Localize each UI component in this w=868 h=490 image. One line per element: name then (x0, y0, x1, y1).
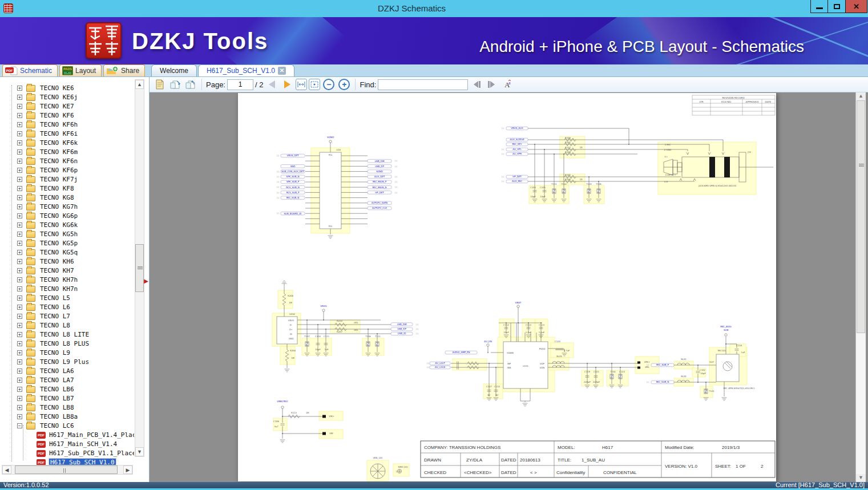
tree-item[interactable]: +TECNO KF7j (0, 175, 134, 184)
tree-expander-icon[interactable]: + (17, 232, 22, 237)
tree-item[interactable]: +TECNO L8 (0, 321, 134, 330)
tree-expander-icon[interactable]: + (17, 259, 22, 264)
tree-item[interactable]: +TECNO KG5h (0, 230, 134, 239)
scroll-down-icon[interactable]: ▼ (135, 447, 144, 456)
fit-page-button[interactable] (309, 79, 320, 90)
zoom-in-button[interactable]: + (337, 78, 351, 91)
tree-expander-icon[interactable]: + (17, 122, 22, 127)
tree-expander-icon[interactable]: + (17, 149, 22, 155)
tree-expander-icon[interactable]: + (17, 140, 22, 145)
tree-expander-icon[interactable]: + (17, 332, 22, 337)
tree-expander-icon[interactable]: + (17, 350, 22, 355)
tree-item[interactable]: PDFH617_Sub_PCB_V1.1_Placement (0, 449, 134, 458)
tree-item[interactable]: +TECNO KH7 (0, 266, 134, 276)
rotate-right-button[interactable] (184, 78, 197, 91)
tab-close-icon[interactable]: ✕ (278, 67, 286, 75)
tree-item[interactable]: +TECNO KF6k (0, 139, 134, 148)
page-number-input[interactable] (227, 79, 253, 90)
fit-width-button[interactable] (296, 79, 307, 90)
tree-expander-icon[interactable]: + (17, 396, 22, 401)
tree-item[interactable]: +TECNO KF6n (0, 157, 134, 166)
tree-item[interactable]: +TECNO L9 (0, 349, 134, 358)
tree-item[interactable]: +TECNO KG6k (0, 221, 134, 230)
tree-item[interactable]: +TECNO KG5p (0, 239, 134, 248)
tree-item[interactable]: PDFH617_Main_SCH_V1.4 (0, 440, 134, 449)
close-button[interactable]: ✕ (846, 0, 867, 13)
maximize-button[interactable] (828, 0, 846, 13)
tree-expander-icon[interactable]: + (17, 159, 22, 164)
copy-page-button[interactable] (153, 78, 167, 91)
tree-expander-icon[interactable]: + (17, 241, 22, 246)
tree-expander-icon[interactable]: + (17, 323, 22, 328)
tree-item[interactable]: +TECNO KE6 (0, 84, 134, 93)
pdf-scrollbar-thumb[interactable] (857, 100, 865, 333)
tree-item[interactable]: −TECNO LC6 (0, 422, 134, 431)
tree-item[interactable]: +TECNO KE6j (0, 93, 134, 102)
tree-item[interactable]: +TECNO KG7h (0, 203, 134, 212)
tree-item[interactable]: +TECNO KE7 (0, 102, 134, 111)
tree-expander-icon[interactable]: + (17, 368, 22, 374)
tree-item[interactable]: +TECNO KG8 (0, 193, 134, 203)
pdf-vertical-scrollbar[interactable]: ▲ ▼ (855, 92, 866, 482)
find-previous-button[interactable] (470, 78, 483, 91)
tree-expander-icon[interactable]: + (17, 131, 22, 136)
tree-expander-icon[interactable]: − (17, 423, 22, 428)
tree-item[interactable]: +TECNO KF6h (0, 120, 134, 129)
tree-expander-icon[interactable]: + (17, 168, 22, 173)
tree-item[interactable]: +TECNO KG5q (0, 248, 134, 257)
tree-item[interactable]: +TECNO KG6p (0, 212, 134, 221)
tree-item[interactable]: +TECNO LB8 (0, 403, 134, 412)
tree-expander-icon[interactable]: + (17, 186, 22, 191)
tree-item[interactable]: +TECNO KH7h (0, 276, 134, 285)
tree-expander-icon[interactable]: + (17, 113, 22, 118)
tree-expander-icon[interactable]: + (17, 104, 22, 109)
tree-expander-icon[interactable]: + (17, 286, 22, 291)
tree-item[interactable]: +TECNO KF8 (0, 184, 134, 193)
tree-expander-icon[interactable]: + (17, 222, 22, 228)
tree-item[interactable]: +TECNO KH6 (0, 257, 134, 266)
scroll-up-icon[interactable]: ▲ (135, 80, 144, 89)
tree-item[interactable]: +TECNO KF6i (0, 129, 134, 139)
tree-item[interactable]: +TECNO LB8a (0, 412, 134, 422)
tree-expander-icon[interactable]: + (17, 414, 22, 419)
tab-schematic[interactable]: PDF Schematic (2, 64, 58, 76)
tree-expander-icon[interactable]: + (17, 177, 22, 182)
tree-item[interactable]: +TECNO KH7n (0, 285, 134, 294)
find-next-button[interactable] (485, 78, 499, 91)
tree-expander-icon[interactable]: + (17, 195, 22, 200)
tab-welcome[interactable]: Welcome (151, 64, 197, 76)
tree-expander-icon[interactable]: + (17, 204, 22, 209)
tree-vertical-scrollbar[interactable]: ▲ ▼ (135, 79, 144, 457)
tree-hscrollbar-thumb[interactable] (15, 465, 118, 474)
tree-expander-icon[interactable]: + (17, 86, 22, 91)
tree-expander-icon[interactable]: + (17, 387, 22, 392)
next-page-button[interactable] (280, 78, 294, 91)
tree-expander-icon[interactable]: + (17, 95, 22, 100)
tree-expander-icon[interactable]: + (17, 314, 22, 319)
minimize-button[interactable] (810, 0, 828, 13)
tree-expander-icon[interactable]: + (17, 250, 22, 255)
tree-item[interactable]: +TECNO KF6p (0, 166, 134, 175)
tree-item[interactable]: +TECNO L7 (0, 312, 134, 321)
tab-layout[interactable]: PADS Layout (59, 64, 102, 76)
tree-expander-icon[interactable]: + (17, 213, 22, 218)
tree-item[interactable]: +TECNO KF6 (0, 111, 134, 120)
tree-expander-icon[interactable]: + (17, 277, 22, 282)
tree-horizontal-scrollbar[interactable]: ◀ ▶ (2, 465, 133, 475)
tree-item[interactable]: +TECNO LB6 (0, 385, 134, 394)
tree-item[interactable]: PDFH617_Main_PCB_V1.4_Placement (0, 431, 134, 440)
tree-expander-icon[interactable]: + (17, 405, 22, 410)
tree-scrollbar-thumb[interactable] (135, 244, 144, 292)
tree-expander-icon[interactable]: + (17, 341, 22, 346)
tab-share[interactable]: Share (103, 64, 145, 76)
tree-expander-icon[interactable]: + (17, 295, 22, 301)
zoom-out-button[interactable]: − (322, 78, 336, 91)
tab-document[interactable]: H617_Sub_SCH_V1.0 ✕ (198, 64, 294, 76)
tree-item[interactable]: +TECNO L8 PLUS (0, 339, 134, 349)
panel-collapse-icon[interactable]: ▶ (144, 278, 148, 284)
tree-item[interactable]: +TECNO L8 LITE (0, 330, 134, 339)
tree-expander-icon[interactable]: + (17, 378, 22, 383)
previous-page-button[interactable] (265, 78, 278, 91)
rotate-left-button[interactable] (168, 78, 182, 91)
scroll-up-icon[interactable]: ▲ (856, 92, 866, 100)
